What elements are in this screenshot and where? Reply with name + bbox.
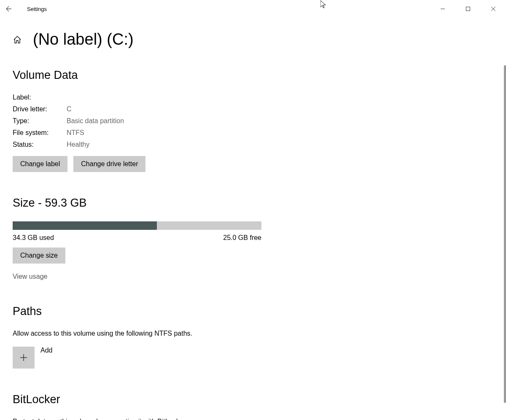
add-path-label: Add bbox=[40, 347, 52, 354]
add-path-button[interactable] bbox=[13, 347, 35, 369]
window-controls bbox=[430, 0, 506, 18]
add-path-row: Add bbox=[13, 347, 493, 369]
volume-data-table: Label: Drive letter: C Type: Basic data … bbox=[13, 94, 493, 148]
plus-icon bbox=[19, 353, 28, 362]
scrollbar-thumb[interactable] bbox=[504, 65, 506, 403]
bitlocker-section: BitLocker Protect data on this volume by… bbox=[13, 393, 493, 420]
bitlocker-heading: BitLocker bbox=[13, 393, 493, 406]
change-size-button[interactable]: Change size bbox=[13, 248, 65, 264]
maximize-icon bbox=[466, 6, 471, 11]
view-usage-link[interactable]: View usage bbox=[13, 273, 47, 280]
size-labels: 34.3 GB used 25.0 GB free bbox=[13, 234, 261, 242]
size-used-label: 34.3 GB used bbox=[13, 234, 54, 242]
volume-data-buttons: Change label Change drive letter bbox=[13, 156, 493, 172]
label-key: Label: bbox=[13, 94, 67, 101]
type-key: Type: bbox=[13, 117, 67, 125]
row-drive-letter: Drive letter: C bbox=[13, 105, 493, 113]
minimize-icon bbox=[440, 6, 445, 11]
size-progress-fill bbox=[13, 221, 157, 230]
bitlocker-description: Protect data on this volume by encryptin… bbox=[13, 418, 493, 420]
size-free-label: 25.0 GB free bbox=[223, 234, 261, 242]
change-drive-letter-button[interactable]: Change drive letter bbox=[73, 156, 145, 172]
size-section: Size - 59.3 GB 34.3 GB used 25.0 GB free… bbox=[13, 197, 493, 280]
row-file-system: File system: NTFS bbox=[13, 129, 493, 137]
page-header: (No label) (C:) bbox=[13, 30, 493, 48]
titlebar: Settings bbox=[0, 0, 506, 18]
back-button[interactable] bbox=[0, 0, 18, 18]
close-button[interactable] bbox=[481, 0, 506, 18]
row-label: Label: bbox=[13, 94, 493, 101]
volume-data-section: Volume Data Label: Drive letter: C Type:… bbox=[13, 69, 493, 172]
home-icon bbox=[13, 35, 22, 44]
close-icon bbox=[491, 6, 496, 11]
volume-data-heading: Volume Data bbox=[13, 69, 493, 82]
file-system-value: NTFS bbox=[67, 129, 84, 137]
paths-description: Allow access to this volume using the fo… bbox=[13, 330, 493, 337]
svg-rect-1 bbox=[466, 7, 470, 11]
drive-letter-value: C bbox=[67, 105, 72, 113]
size-progress-bar bbox=[13, 221, 261, 230]
arrow-left-icon bbox=[5, 5, 12, 12]
maximize-button[interactable] bbox=[455, 0, 481, 18]
minimize-button[interactable] bbox=[430, 0, 455, 18]
content-area: (No label) (C:) Volume Data Label: Drive… bbox=[0, 18, 506, 420]
row-status: Status: Healthy bbox=[13, 141, 493, 148]
row-type: Type: Basic data partition bbox=[13, 117, 493, 125]
file-system-key: File system: bbox=[13, 129, 67, 137]
window-title: Settings bbox=[27, 6, 47, 12]
size-heading: Size - 59.3 GB bbox=[13, 197, 493, 210]
paths-heading: Paths bbox=[13, 305, 493, 318]
drive-letter-key: Drive letter: bbox=[13, 105, 67, 113]
change-label-button[interactable]: Change label bbox=[13, 156, 67, 172]
type-value: Basic data partition bbox=[67, 117, 124, 125]
home-button[interactable] bbox=[13, 35, 22, 44]
status-value: Healthy bbox=[67, 141, 89, 148]
paths-section: Paths Allow access to this volume using … bbox=[13, 305, 493, 369]
status-key: Status: bbox=[13, 141, 67, 148]
page-title: (No label) (C:) bbox=[33, 30, 134, 48]
